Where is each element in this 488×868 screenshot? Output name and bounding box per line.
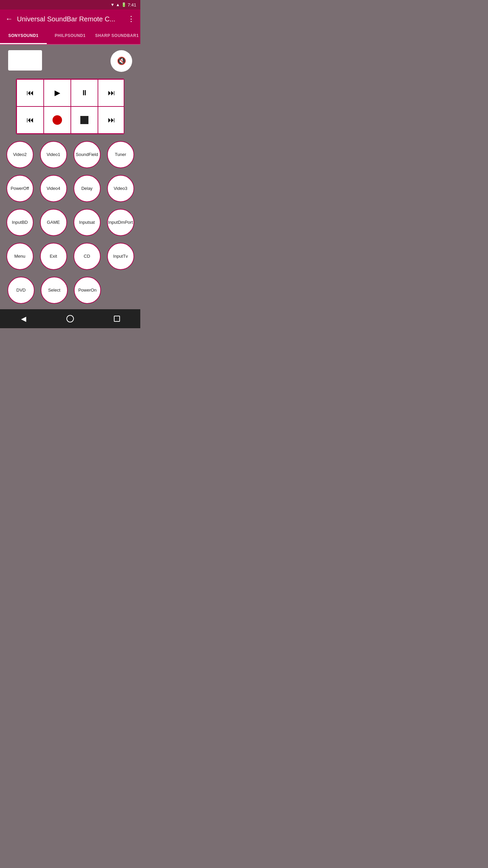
rewind-button[interactable]: ⏮ xyxy=(17,79,44,106)
nav-back-button[interactable]: ◀ xyxy=(15,310,32,327)
nav-home-button[interactable] xyxy=(62,310,79,327)
logo-placeholder xyxy=(8,50,42,71)
tab-sharpsoundbar1[interactable]: SHARP SOUNDBAR1 xyxy=(94,28,140,44)
stop-button[interactable] xyxy=(71,106,98,134)
main-content: 🔇 ⏮ ▶ ⏸ ⏭ ⏮ ⏭ Video2 Vi xyxy=(0,45,140,309)
round-buttons-row-1: Video2 Video1 SoundField Tuner xyxy=(5,141,135,168)
skipforward-button[interactable]: ⏭ xyxy=(98,106,124,134)
status-icons: ▼ ▲ 🔋 7:41 xyxy=(110,2,136,7)
pause-button[interactable]: ⏸ xyxy=(71,79,98,106)
round-buttons-row-5: DVD Select PowerOn xyxy=(5,277,135,304)
tuner-button[interactable]: Tuner xyxy=(107,141,134,168)
status-bar: ▼ ▲ 🔋 7:41 xyxy=(0,0,140,9)
round-buttons-row-2: PowerOff Video4 Delay Video3 xyxy=(5,175,135,202)
recents-icon xyxy=(114,316,120,322)
inputtv-button[interactable]: InputTv xyxy=(107,243,134,270)
record-button[interactable] xyxy=(44,106,71,134)
dvd-button[interactable]: DVD xyxy=(7,277,35,304)
app-bar: ← Universal SoundBar Remote C... ⋮ xyxy=(0,9,140,28)
tab-philpsound1[interactable]: PHILPSOUND1 xyxy=(47,28,94,44)
inputbd-button[interactable]: InputBD xyxy=(6,209,34,236)
menu-button-round[interactable]: Menu xyxy=(6,243,34,270)
top-controls: 🔇 xyxy=(5,50,135,72)
back-button[interactable]: ← xyxy=(5,15,13,23)
inputdmport-button[interactable]: InputDmPort xyxy=(107,209,134,236)
app-title: Universal SoundBar Remote C... xyxy=(17,15,123,23)
transport-controls: ⏮ ▶ ⏸ ⏭ ⏮ ⏭ xyxy=(16,79,124,134)
stop-indicator xyxy=(80,116,88,124)
game-button[interactable]: GAME xyxy=(40,209,67,236)
inputsat-button[interactable]: Inputsat xyxy=(74,209,101,236)
status-time: 7:41 xyxy=(128,2,136,7)
cd-button[interactable]: CD xyxy=(74,243,101,270)
tab-sonysound1[interactable]: SONYSOUND1 xyxy=(0,28,47,44)
soundfield-button[interactable]: SoundField xyxy=(74,141,101,168)
video4-button[interactable]: Video4 xyxy=(40,175,67,202)
round-buttons-row-3: InputBD GAME Inputsat InputDmPort xyxy=(5,209,135,236)
tab-bar: SONYSOUND1 PHILPSOUND1 SHARP SOUNDBAR1 xyxy=(0,28,140,45)
poweroff-button[interactable]: PowerOff xyxy=(6,175,34,202)
nav-recents-button[interactable] xyxy=(108,310,125,327)
fastforward-button[interactable]: ⏭ xyxy=(98,79,124,106)
poweron-button[interactable]: PowerOn xyxy=(74,277,101,304)
wifi-icon: ▼ xyxy=(110,2,115,7)
mute-button[interactable]: 🔇 xyxy=(110,50,132,72)
play-button[interactable]: ▶ xyxy=(44,79,71,106)
video1-button[interactable]: Video1 xyxy=(40,141,67,168)
battery-icon: 🔋 xyxy=(121,2,126,7)
select-button[interactable]: Select xyxy=(41,277,68,304)
delay-button[interactable]: Delay xyxy=(74,175,101,202)
record-indicator xyxy=(53,115,62,125)
round-buttons-row-4: Menu Exit CD InputTv xyxy=(5,243,135,270)
video2-button[interactable]: Video2 xyxy=(6,141,34,168)
exit-button[interactable]: Exit xyxy=(40,243,67,270)
menu-button[interactable]: ⋮ xyxy=(127,15,135,23)
home-icon xyxy=(66,315,74,322)
skipback-button[interactable]: ⏮ xyxy=(17,106,44,134)
bottom-nav: ◀ xyxy=(0,309,140,328)
video3-button[interactable]: Video3 xyxy=(107,175,134,202)
signal-icon: ▲ xyxy=(116,2,120,7)
